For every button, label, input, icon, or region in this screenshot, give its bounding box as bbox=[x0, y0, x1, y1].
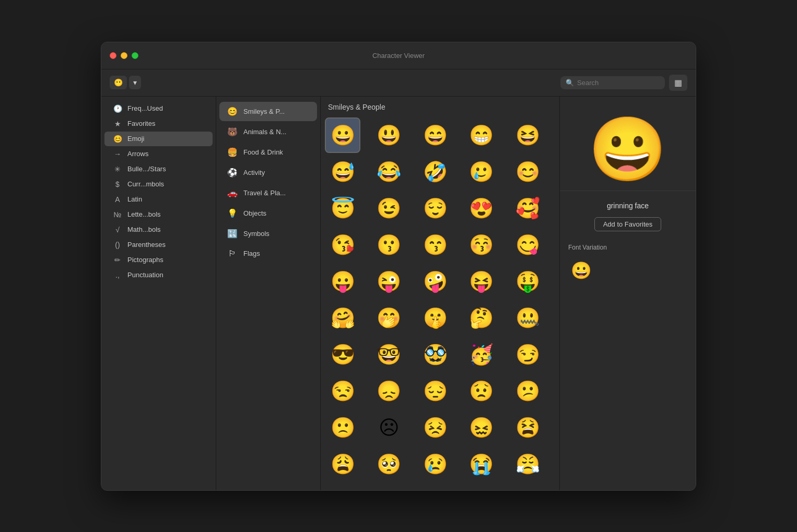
category-item-flags[interactable]: 🏳 Flags bbox=[219, 244, 317, 263]
category-item-objects[interactable]: 💡 Objects bbox=[219, 204, 317, 223]
emoji-cell[interactable]: 🥰 bbox=[510, 191, 545, 226]
sidebar-item-favorites[interactable]: ★ Favorites bbox=[104, 116, 213, 131]
emoji-cell[interactable]: 😒 bbox=[325, 373, 360, 409]
search-input[interactable] bbox=[577, 79, 650, 87]
sidebar-item-bullets[interactable]: ✳ Bulle.../Stars bbox=[104, 162, 213, 176]
emoji-cell[interactable]: 🤗 bbox=[325, 300, 360, 336]
emoji-cell[interactable]: 🤫 bbox=[417, 300, 453, 336]
emoji-cell[interactable]: 🤓 bbox=[371, 337, 407, 372]
emoji-cell[interactable]: 😢 bbox=[417, 446, 453, 482]
sidebar-item-math[interactable]: √ Math...bols bbox=[104, 222, 213, 237]
sidebar-item-arrows[interactable]: → Arrows bbox=[104, 147, 213, 161]
emoji-cell[interactable]: 😉 bbox=[371, 191, 407, 226]
category-item-travel[interactable]: 🚗 Travel & Pla... bbox=[219, 183, 317, 203]
emoji-cell[interactable]: 🤪 bbox=[417, 264, 453, 299]
category-item-symbols[interactable]: 🔣 Symbols bbox=[219, 224, 317, 243]
emoji-cell[interactable]: 🤑 bbox=[510, 264, 545, 299]
emoji-cell[interactable]: 😫 bbox=[510, 410, 545, 445]
category-item-animals[interactable]: 🐻 Animals & N... bbox=[219, 122, 317, 141]
sidebar-icon-favorites: ★ bbox=[113, 120, 122, 128]
emoji-cell[interactable]: 🥸 bbox=[417, 337, 453, 372]
emoji-cell[interactable]: 😄 bbox=[417, 117, 453, 153]
emoji-cell[interactable]: 😁 bbox=[464, 117, 499, 153]
emoji-cell[interactable]: 😚 bbox=[464, 227, 499, 263]
emoji-cell[interactable]: 😍 bbox=[464, 191, 499, 226]
sidebar-icon-parentheses: () bbox=[113, 241, 122, 249]
emoji-cell[interactable]: 😔 bbox=[417, 373, 453, 409]
emoji-cell[interactable]: 😆 bbox=[510, 117, 545, 153]
category-item-food[interactable]: 🍔 Food & Drink bbox=[219, 143, 317, 162]
emoji-cell[interactable]: 😟 bbox=[464, 373, 499, 409]
emoji-cell[interactable]: 😭 bbox=[464, 446, 499, 482]
emoji-cell[interactable]: 😗 bbox=[371, 227, 407, 263]
sidebar-item-punctuation[interactable]: ., Punctuation bbox=[104, 268, 213, 282]
emoji-cell[interactable]: 😩 bbox=[325, 446, 360, 482]
emoji-cell[interactable]: 🤐 bbox=[510, 300, 545, 336]
sidebar-icon-emoji: 😊 bbox=[113, 135, 122, 143]
maximize-button[interactable] bbox=[132, 52, 138, 59]
sidebar-label-bullets: Bulle.../Stars bbox=[127, 165, 166, 173]
sidebar-item-letterlike[interactable]: № Lette...bols bbox=[104, 207, 213, 222]
view-toggle-button[interactable]: ▦ bbox=[669, 75, 687, 91]
emoji-name: grinning face bbox=[607, 202, 649, 210]
emoji-cell[interactable]: 😇 bbox=[325, 191, 360, 226]
category-icon-flags: 🏳 bbox=[227, 249, 238, 258]
category-icon-objects: 💡 bbox=[227, 208, 238, 218]
emoji-cell[interactable]: 😊 bbox=[510, 154, 545, 190]
emoji-cell[interactable]: 😋 bbox=[510, 227, 545, 263]
emoji-cell[interactable]: 😜 bbox=[371, 264, 407, 299]
sidebar-item-latin[interactable]: A Latin bbox=[104, 192, 213, 207]
sidebar-label-emoji: Emoji bbox=[127, 135, 145, 143]
category-icon-symbols: 🔣 bbox=[227, 229, 238, 239]
category-item-smileys[interactable]: 😊 Smileys & P... bbox=[219, 102, 317, 121]
emoji-picker-button[interactable]: 😶 bbox=[110, 76, 127, 89]
emoji-cell[interactable]: 😝 bbox=[464, 264, 499, 299]
emoji-cell[interactable]: 😞 bbox=[371, 373, 407, 409]
category-label-travel: Travel & Pla... bbox=[243, 189, 286, 197]
emoji-cell[interactable]: 🤔 bbox=[464, 300, 499, 336]
emoji-cell[interactable]: 😛 bbox=[325, 264, 360, 299]
chevron-down-icon: ▾ bbox=[133, 78, 137, 87]
emoji-grid: 😀😃😄😁😆😅😂🤣🥲😊😇😉😌😍🥰😘😗😙😚😋😛😜🤪😝🤑🤗🤭🤫🤔🤐😎🤓🥸🥳😏😒😞😔😟😕… bbox=[321, 115, 559, 490]
emoji-cell[interactable]: 😖 bbox=[464, 410, 499, 445]
close-button[interactable] bbox=[110, 52, 116, 59]
search-box: 🔍 bbox=[560, 76, 665, 89]
category-icon-animals: 🐻 bbox=[227, 127, 238, 137]
font-variation-cell[interactable]: 😀 bbox=[568, 257, 594, 283]
sidebar-item-pictographs[interactable]: ✏ Pictographs bbox=[104, 253, 213, 267]
dropdown-button[interactable]: ▾ bbox=[129, 76, 141, 89]
detail-emoji-large: 😀 bbox=[589, 117, 667, 180]
window-title: Character Viewer bbox=[372, 52, 425, 60]
emoji-cell[interactable]: 😕 bbox=[510, 373, 545, 409]
emoji-cell[interactable]: 🥳 bbox=[464, 337, 499, 372]
emoji-cell[interactable]: 😏 bbox=[510, 337, 545, 372]
emoji-cell[interactable]: 🥲 bbox=[464, 154, 499, 190]
sidebar-label-latin: Latin bbox=[127, 195, 142, 203]
add-to-favorites-button[interactable]: Add to Favorites bbox=[594, 217, 662, 231]
minimize-button[interactable] bbox=[121, 52, 127, 59]
emoji-cell[interactable]: 😌 bbox=[417, 191, 453, 226]
sidebar-icon-math: √ bbox=[113, 226, 122, 234]
sidebar-item-currency[interactable]: $ Curr...mbols bbox=[104, 177, 213, 192]
emoji-cell[interactable]: 😂 bbox=[371, 154, 407, 190]
sidebar-item-parentheses[interactable]: () Parentheses bbox=[104, 238, 213, 252]
emoji-cell[interactable]: 😀 bbox=[325, 117, 360, 153]
emoji-cell[interactable]: 🤣 bbox=[417, 154, 453, 190]
sidebar-item-freq-used[interactable]: 🕐 Freq...Used bbox=[104, 101, 213, 116]
sidebar-icon-letterlike: № bbox=[113, 210, 122, 219]
emoji-cell[interactable]: 😅 bbox=[325, 154, 360, 190]
emoji-cell[interactable]: 🥺 bbox=[371, 446, 407, 482]
emoji-cell[interactable]: 😃 bbox=[371, 117, 407, 153]
emoji-cell[interactable]: ☹ bbox=[371, 410, 407, 445]
emoji-cell[interactable]: 🙁 bbox=[325, 410, 360, 445]
font-variation-grid: 😀 bbox=[560, 257, 696, 283]
emoji-cell[interactable]: 😘 bbox=[325, 227, 360, 263]
content-area: 🕐 Freq...Used★ Favorites😊 Emoji→ Arrows✳… bbox=[101, 97, 696, 490]
category-item-activity[interactable]: ⚽ Activity bbox=[219, 163, 317, 182]
sidebar-item-emoji[interactable]: 😊 Emoji bbox=[104, 132, 213, 146]
emoji-cell[interactable]: 😎 bbox=[325, 337, 360, 372]
emoji-cell[interactable]: 🤭 bbox=[371, 300, 407, 336]
emoji-cell[interactable]: 😤 bbox=[510, 446, 545, 482]
emoji-cell[interactable]: 😣 bbox=[417, 410, 453, 445]
emoji-cell[interactable]: 😙 bbox=[417, 227, 453, 263]
